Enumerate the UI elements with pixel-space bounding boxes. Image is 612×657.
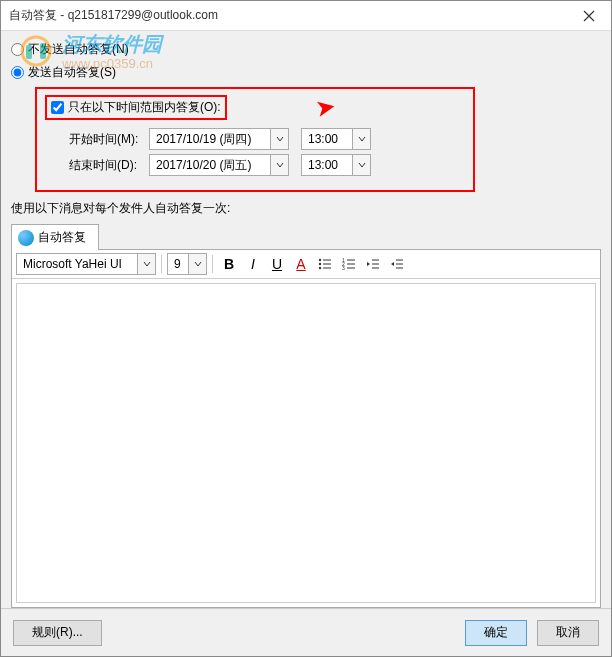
indent-icon <box>390 257 404 271</box>
close-icon <box>583 10 595 22</box>
outdent-icon <box>366 257 380 271</box>
underline-button[interactable]: U <box>266 253 288 275</box>
svg-point-7 <box>319 267 321 269</box>
radio-send-input[interactable] <box>11 66 24 79</box>
editor: Microsoft YaHei UI 9 B I U A 123 <box>11 249 601 608</box>
footer: 规则(R)... 确定 取消 <box>1 608 611 656</box>
time-range-checkbox[interactable] <box>51 101 64 114</box>
start-time-select[interactable]: 13:00 <box>301 128 371 150</box>
bullet-list-button[interactable] <box>314 253 336 275</box>
indent-button[interactable] <box>386 253 408 275</box>
number-list-button[interactable]: 123 <box>338 253 360 275</box>
end-time-label: 结束时间(D): <box>69 157 149 174</box>
editor-toolbar: Microsoft YaHei UI 9 B I U A 123 <box>12 250 600 279</box>
chevron-down-icon <box>352 155 370 175</box>
radio-send[interactable]: 发送自动答复(S) <box>11 64 601 81</box>
number-list-icon: 123 <box>342 257 356 271</box>
chevron-down-icon <box>270 155 288 175</box>
rules-button[interactable]: 规则(R)... <box>13 620 102 646</box>
tab-auto-reply[interactable]: 自动答复 <box>11 224 99 250</box>
chevron-down-icon <box>270 129 288 149</box>
italic-button[interactable]: I <box>242 253 264 275</box>
time-range-box: ➤ 只在以下时间范围内答复(O): 开始时间(M): 2017/10/19 (周… <box>35 87 475 192</box>
window-title: 自动答复 - q2151817299@outlook.com <box>9 7 566 24</box>
start-date-select[interactable]: 2017/10/19 (周四) <box>149 128 289 150</box>
radio-no-send-input[interactable] <box>11 43 24 56</box>
radio-no-send[interactable]: 不发送自动答复(N) <box>11 41 601 58</box>
chevron-down-icon <box>352 129 370 149</box>
bold-button[interactable]: B <box>218 253 240 275</box>
chevron-down-icon <box>188 254 206 274</box>
titlebar: 自动答复 - q2151817299@outlook.com <box>1 1 611 31</box>
checkbox-label: 只在以下时间范围内答复(O): <box>68 99 221 116</box>
end-time-select[interactable]: 13:00 <box>301 154 371 176</box>
outdent-button[interactable] <box>362 253 384 275</box>
globe-icon <box>18 230 34 246</box>
font-color-button[interactable]: A <box>290 253 312 275</box>
chevron-down-icon <box>137 254 155 274</box>
cancel-button[interactable]: 取消 <box>537 620 599 646</box>
ok-button[interactable]: 确定 <box>465 620 527 646</box>
svg-point-3 <box>319 259 321 261</box>
instruction-text: 使用以下消息对每个发件人自动答复一次: <box>11 200 601 217</box>
end-date-select[interactable]: 2017/10/20 (周五) <box>149 154 289 176</box>
bullet-list-icon <box>318 257 332 271</box>
svg-text:3: 3 <box>342 265 345 271</box>
svg-point-5 <box>319 263 321 265</box>
font-name-select[interactable]: Microsoft YaHei UI <box>16 253 156 275</box>
close-button[interactable] <box>566 1 611 31</box>
checkbox-highlight: 只在以下时间范围内答复(O): <box>45 95 227 120</box>
font-size-select[interactable]: 9 <box>167 253 207 275</box>
start-time-label: 开始时间(M): <box>69 131 149 148</box>
editor-textarea[interactable] <box>16 283 596 603</box>
